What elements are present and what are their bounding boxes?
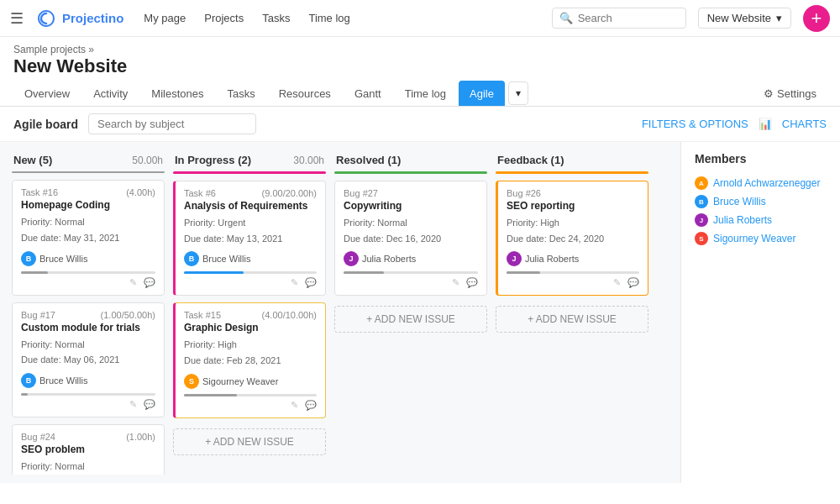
tab-gantt[interactable]: Gantt [344,81,392,106]
members-title: Members [695,152,827,165]
board-title: Agile board [13,118,78,131]
column-new: New (5) 50.00h Task #16(4.00h) Homepage … [12,150,165,475]
nav-tasks[interactable]: Tasks [254,8,298,29]
member-bruce[interactable]: B Bruce Willis [695,192,827,211]
main-area: New (5) 50.00h Task #16(4.00h) Homepage … [0,142,840,483]
hamburger-icon[interactable]: ☰ [10,9,24,28]
charts-button[interactable]: CHARTS [782,118,827,130]
page-title: New Website [13,55,827,77]
tab-milestones[interactable]: Milestones [140,81,214,106]
card-edit-icon[interactable]: ✎ [452,277,459,288]
card-task16: Task #16(4.00h) Homepage Coding Priority… [12,180,165,295]
workspace-dropdown[interactable]: New Website ▾ [698,8,791,29]
tab-tasks[interactable]: Tasks [217,81,266,106]
card-comment-icon[interactable]: 💬 [144,399,155,410]
card-edit-icon[interactable]: ✎ [129,277,137,288]
logo: Projectino [35,8,123,29]
board-search-input[interactable] [88,113,256,134]
card-bug26: Bug #26 SEO reporting Priority: HighDue … [496,181,648,296]
top-nav: ☰ Projectino My page Projects Tasks Time… [0,0,840,37]
tab-more[interactable]: ▾ [508,81,528,105]
member-arnold[interactable]: A Arnold Achwarzenegger [695,174,827,192]
tab-resources[interactable]: Resources [268,81,342,106]
card-comment-icon[interactable]: 💬 [466,277,478,288]
nav-projects[interactable]: Projects [196,8,252,29]
card-comment-icon[interactable]: 💬 [144,277,155,288]
nav-timelog[interactable]: Time log [300,8,358,29]
breadcrumb: Sample projects » [13,44,827,55]
card-comment-icon[interactable]: 💬 [627,277,639,288]
card-bug27: Bug #27 Copywriting Priority: NormalDue … [334,181,487,296]
search-input[interactable] [578,12,679,24]
nav-links: My page Projects Tasks Time log [135,8,358,29]
column-resolved: Resolved (1) Bug #27 Copywriting Priorit… [334,150,487,475]
workspace-label: New Website [707,12,771,24]
sidebar: Members A Arnold Achwarzenegger B Bruce … [680,142,840,483]
nav-mypage[interactable]: My page [135,8,194,29]
card-comment-icon[interactable]: 💬 [305,277,317,288]
card-task6: Task #6(9.00/20.00h) Analysis of Require… [173,181,326,296]
column-feedback: Feedback (1) Bug #26 SEO reporting Prior… [496,150,648,475]
tab-timelog[interactable]: Time log [394,81,457,106]
card-bug17: Bug #17(1.00/50.00h) Custom module for t… [12,302,165,417]
add-button[interactable]: + [803,5,830,32]
card-edit-icon[interactable]: ✎ [291,277,298,288]
agile-board: New (5) 50.00h Task #16(4.00h) Homepage … [0,142,680,483]
search-box: 🔍 [552,8,686,29]
column-resolved-title: Resolved (1) [336,154,401,166]
add-issue-feedback[interactable]: + ADD NEW ISSUE [496,306,648,333]
tab-activity[interactable]: Activity [82,81,139,106]
column-new-title: New (5) [13,154,52,166]
add-issue-resolved[interactable]: + ADD NEW ISSUE [334,306,487,333]
logo-text: Projectino [62,11,123,25]
add-issue-inprogress[interactable]: + ADD NEW ISSUE [173,428,326,455]
column-feedback-title: Feedback (1) [497,154,564,166]
tabs-bar: Overview Activity Milestones Tasks Resou… [0,81,840,107]
page-header: Sample projects » New Website [0,37,840,81]
member-sigourney[interactable]: S Sigourney Weaver [695,229,827,248]
card-comment-icon[interactable]: 💬 [305,400,317,411]
column-inprogress-hours: 30.00h [293,155,324,166]
search-icon: 🔍 [559,12,573,24]
column-inprogress: In Progress (2) 30.00h Task #6(9.00/20.0… [173,150,326,475]
tab-agile[interactable]: Agile [459,81,505,106]
board-header: Agile board FILTERS & OPTIONS 📊 CHARTS [0,107,840,142]
card-edit-icon[interactable]: ✎ [291,400,298,411]
chart-icon: 📊 [759,118,772,130]
tab-overview[interactable]: Overview [13,81,81,106]
card-edit-icon[interactable]: ✎ [613,277,621,288]
card-task15: Task #15(4.00/10.00h) Graphic Design Pri… [173,302,326,417]
card-edit-icon[interactable]: ✎ [129,399,137,410]
column-inprogress-title: In Progress (2) [175,154,251,166]
member-julia[interactable]: J Julia Roberts [695,211,827,229]
filters-button[interactable]: FILTERS & OPTIONS [642,118,748,130]
chevron-down-icon: ▾ [776,12,782,24]
card-bug24: Bug #24(1.00h) SEO problem Priority: Nor… [12,424,165,475]
tab-settings[interactable]: ⚙ Settings [753,82,827,105]
column-new-hours: 50.00h [132,155,163,166]
